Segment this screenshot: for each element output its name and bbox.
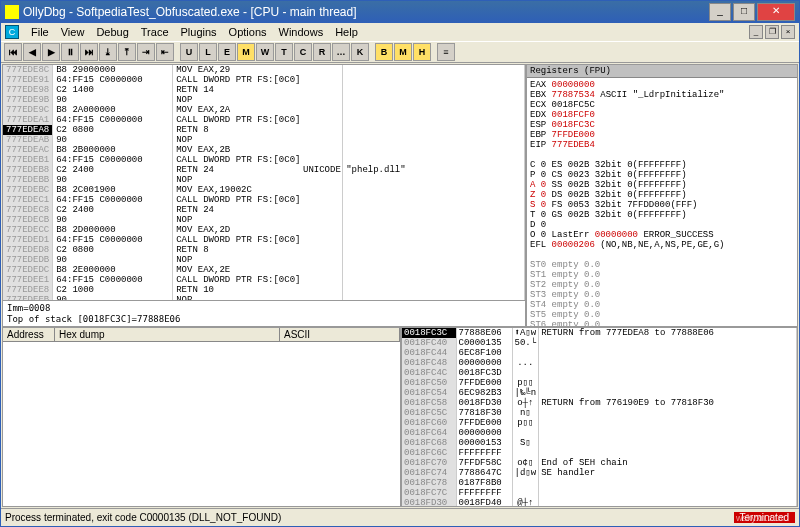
toolbar-button-8[interactable]: ⇤: [156, 43, 174, 61]
disasm-row[interactable]: 777EDE9164:FF15 C0000000CALL DWORD PTR F…: [3, 75, 525, 85]
minimize-button[interactable]: _: [709, 3, 731, 21]
disasm-row[interactable]: 777EDE9CB8 2A000000MOV EAX,2A: [3, 105, 525, 115]
disasm-row[interactable]: 777EDEB164:FF15 C0000000CALL DWORD PTR F…: [3, 155, 525, 165]
toolbar-button-22[interactable]: M: [394, 43, 412, 61]
menu-file[interactable]: File: [25, 25, 55, 39]
toolbar-button-18[interactable]: …: [332, 43, 350, 61]
info-line-1: Imm=0008: [7, 303, 521, 314]
toolbar-button-16[interactable]: C: [294, 43, 312, 61]
disasm-row[interactable]: 777EDEC8C2 2400RETN 24: [3, 205, 525, 215]
toolbar-button-11[interactable]: L: [199, 43, 217, 61]
toolbar-button-0[interactable]: ⏮: [4, 43, 22, 61]
toolbar-button-23[interactable]: H: [413, 43, 431, 61]
disasm-row[interactable]: 777EDEDB90NOP: [3, 255, 525, 265]
menubar: C FileViewDebugTracePluginsOptionsWindow…: [1, 23, 799, 41]
toolbar-button-7[interactable]: ⇥: [137, 43, 155, 61]
hex-dump-pane[interactable]: AddressHex dumpASCII: [3, 328, 402, 506]
child-window-icon[interactable]: C: [5, 25, 19, 39]
disasm-row[interactable]: 777EDEC164:FF15 C0000000CALL DWORD PTR F…: [3, 195, 525, 205]
stack-row[interactable]: 0018FC6400000000: [402, 428, 797, 438]
disasm-row[interactable]: 777EDEAB90NOP: [3, 135, 525, 145]
register-line: ST2 empty 0.0: [530, 280, 794, 290]
register-line: S 0 FS 0053 32bit 7FFDD000(FFF): [530, 200, 794, 210]
menu-options[interactable]: Options: [223, 25, 273, 39]
mdi-restore-button[interactable]: ❐: [765, 25, 779, 39]
disasm-row[interactable]: 777EDEA8C2 0800RETN 8: [3, 125, 525, 135]
toolbar-button-19[interactable]: K: [351, 43, 369, 61]
stack-row[interactable]: 0018FC507FFDE000p▯▯: [402, 378, 797, 388]
dump-header-hex-dump[interactable]: Hex dump: [55, 328, 280, 341]
registers-header: Registers (FPU): [527, 65, 797, 78]
mdi-close-button[interactable]: ×: [781, 25, 795, 39]
menu-windows[interactable]: Windows: [273, 25, 330, 39]
stack-row[interactable]: 0018FC580018FD30o┼↑RETURN from 776190E9 …: [402, 398, 797, 408]
toolbar-button-2[interactable]: ▶: [42, 43, 60, 61]
toolbar-button-21[interactable]: B: [375, 43, 393, 61]
stack-row[interactable]: 0018FC780187F8B0: [402, 478, 797, 488]
stack-row[interactable]: 0018FC4800000000...: [402, 358, 797, 368]
disasm-row[interactable]: 777EDEE164:FF15 C0000000CALL DWORD PTR F…: [3, 275, 525, 285]
register-line: ECX 0018FC5C: [530, 100, 794, 110]
disasm-row[interactable]: 777EDEE8C2 1000RETN 10: [3, 285, 525, 295]
menu-trace[interactable]: Trace: [135, 25, 175, 39]
menu-help[interactable]: Help: [329, 25, 364, 39]
dump-header-ascii[interactable]: ASCII: [280, 328, 400, 341]
toolbar-button-17[interactable]: R: [313, 43, 331, 61]
register-line: T 0 GS 002B 32bit 0(FFFFFFFF): [530, 210, 794, 220]
stack-row[interactable]: 0018FC446EC8F100: [402, 348, 797, 358]
register-line: D 0: [530, 220, 794, 230]
toolbar-button-25[interactable]: ≡: [437, 43, 455, 61]
toolbar-button-6[interactable]: ⤒: [118, 43, 136, 61]
toolbar-button-3[interactable]: ⏸: [61, 43, 79, 61]
toolbar-button-14[interactable]: W: [256, 43, 274, 61]
toolbar-button-12[interactable]: E: [218, 43, 236, 61]
menu-debug[interactable]: Debug: [90, 25, 134, 39]
toolbar-button-4[interactable]: ⏭: [80, 43, 98, 61]
toolbar-button-5[interactable]: ⤓: [99, 43, 117, 61]
stack-row[interactable]: 0018FC607FFDE000p▯▯: [402, 418, 797, 428]
disasm-row[interactable]: 777EDEEB90NOP: [3, 295, 525, 300]
stack-row[interactable]: 0018FC707FFDF58Co¢▯End of SEH chain: [402, 458, 797, 468]
stack-row[interactable]: 0018FC4C0018FC3D: [402, 368, 797, 378]
disasm-row[interactable]: 777EDEACB8 2B000000MOV EAX,2B: [3, 145, 525, 155]
stack-row[interactable]: 0018FC546EC982B3|‰╚n: [402, 388, 797, 398]
toolbar-button-1[interactable]: ◀: [23, 43, 41, 61]
stack-row[interactable]: 0018FC3C77888E06⬆A▯wRETURN from 777EDEA8…: [402, 328, 797, 338]
toolbar-button-15[interactable]: T: [275, 43, 293, 61]
stack-row[interactable]: 0018FC6CFFFFFFFF: [402, 448, 797, 458]
status-text: Process terminated, exit code C0000135 (…: [5, 512, 281, 523]
stack-row[interactable]: 0018FC5C77818F30n▯: [402, 408, 797, 418]
stack-row[interactable]: 0018FC747788647C|d▯wSE handler: [402, 468, 797, 478]
disasm-row[interactable]: 777EDEBCB8 2C001900MOV EAX,19002C: [3, 185, 525, 195]
disasm-row[interactable]: 777EDECB90NOP: [3, 215, 525, 225]
stack-row[interactable]: 0018FC7CFFFFFFFF: [402, 488, 797, 498]
disasm-comment: UNICODE "phelp.dll": [303, 165, 406, 175]
disasm-row[interactable]: 777EDEBB90NOP: [3, 175, 525, 185]
disasm-row[interactable]: 777EDE9B90NOP: [3, 95, 525, 105]
disasm-row[interactable]: 777EDEDCB8 2E000000MOV EAX,2E: [3, 265, 525, 275]
toolbar-button-10[interactable]: U: [180, 43, 198, 61]
disasm-row[interactable]: 777EDEA164:FF15 C0000000CALL DWORD PTR F…: [3, 115, 525, 125]
toolbar-separator: [370, 43, 374, 61]
close-button[interactable]: ✕: [757, 3, 795, 21]
disasm-row[interactable]: 777EDED164:FF15 C0000000CALL DWORD PTR F…: [3, 235, 525, 245]
register-line: ST1 empty 0.0: [530, 270, 794, 280]
titlebar[interactable]: OllyDbg - SoftpediaTest_Obfuscated.exe -…: [1, 1, 799, 23]
stack-row[interactable]: 0018FD300018FD40@┼↑: [402, 498, 797, 506]
disasm-row[interactable]: 777EDE98C2 1400RETN 14: [3, 85, 525, 95]
disasm-row[interactable]: 777EDED8C2 0800RETN 8: [3, 245, 525, 255]
mdi-minimize-button[interactable]: _: [749, 25, 763, 39]
registers-pane[interactable]: Registers (FPU) EAX 00000000EBX 77887534…: [527, 65, 797, 326]
stack-pane[interactable]: 0018FC3C77888E06⬆A▯wRETURN from 777EDEA8…: [402, 328, 797, 506]
disasm-row[interactable]: 777EDE8CB8 29000000MOV EAX,29: [3, 65, 525, 75]
stack-row[interactable]: 0018FC6800000153S▯: [402, 438, 797, 448]
dump-header-address[interactable]: Address: [3, 328, 55, 341]
stack-row[interactable]: 0018FC40C000013550.└: [402, 338, 797, 348]
maximize-button[interactable]: □: [733, 3, 755, 21]
menu-plugins[interactable]: Plugins: [175, 25, 223, 39]
toolbar-button-13[interactable]: M: [237, 43, 255, 61]
disasm-row[interactable]: 777EDEB8C2 2400RETN 24: [3, 165, 525, 175]
disasm-row[interactable]: 777EDECCB8 2D000000MOV EAX,2D: [3, 225, 525, 235]
menu-view[interactable]: View: [55, 25, 91, 39]
disassembly-pane[interactable]: 777EDE8CB8 29000000MOV EAX,29777EDE9164:…: [3, 65, 525, 300]
